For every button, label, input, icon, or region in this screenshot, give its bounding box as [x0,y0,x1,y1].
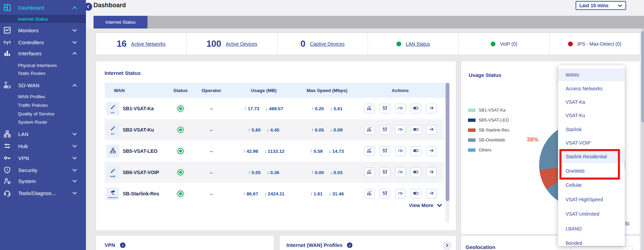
speed-download: ↓5.61 [330,106,342,111]
dropdown-option-cellular[interactable]: Cellular [558,179,625,192]
toggle-on-button[interactable]: ON [411,168,421,177]
stat-label[interactable]: LAN Status [406,41,430,47]
usage-chart-button[interactable] [364,104,375,113]
goto-button[interactable] [426,189,437,198]
sidebar-subitem-physical-interfaces[interactable]: Physical Interfaces [0,61,86,69]
sidebar-subitem-static-routes[interactable]: Static Routes [0,69,86,77]
toggle-on-button[interactable]: ON [411,104,421,113]
usage-chart-button[interactable] [364,125,375,135]
speedtest-button[interactable] [395,189,406,198]
page-scrollbar[interactable] [641,29,644,250]
chevron-down-icon [72,169,77,172]
chevron-left-icon [86,4,90,10]
sidebar-item-monitors[interactable]: Monitors [0,25,86,35]
stat-label[interactable]: Active Devices [226,41,258,47]
info-icon[interactable]: i [347,242,352,248]
sidebar-item-label: Hub [18,143,28,149]
dropdown-option-access-networks[interactable]: Access Networks [558,82,625,95]
dropdown-option-vsat-voip[interactable]: VSAT-VOIP [558,136,625,149]
goto-button[interactable] [426,168,437,177]
sidebar-subitem-label: Static Routes [18,71,45,76]
time-range-select[interactable]: Last 15 mins [576,1,626,10]
sidebar-subitem-wan-profiles[interactable]: WAN Profiles [0,92,86,101]
tab-internet-status[interactable]: Internet Status [94,16,148,29]
sidebar-subitem-traffic-policies[interactable]: Traffic Policies [0,101,86,109]
speedtest-button[interactable] [395,168,406,177]
clipped-details-link[interactable]: ils [625,220,630,226]
dropdown-option-label: VSAT-HighSpeed [566,197,603,202]
sidebar-subitem-quality-of-service[interactable]: Quality of Service [0,110,86,118]
expand-card-button[interactable] [442,241,452,250]
fine-tune-button[interactable] [380,104,390,113]
goto-icon [428,105,435,113]
tab-strip-gap [86,16,94,29]
goto-button[interactable] [426,125,437,135]
sidebar-item-hub[interactable]: Hub [0,141,86,151]
dropdown-option-wans[interactable]: WANs [558,68,625,81]
sidebar-item-label: Dashboard [18,5,44,11]
sidebar-item-sd-wan[interactable]: SD-WAN [0,80,86,90]
wan-profiles-card: Internet (WAN) Profiles i [279,235,456,250]
dropdown-option-lband[interactable]: LBAND [558,222,625,235]
speedtest-button[interactable] [395,125,406,135]
svg-text:ON: ON [414,171,416,173]
info-icon[interactable]: i [120,242,125,248]
usage-chart-button[interactable] [364,146,375,156]
speedtest-button[interactable] [395,104,406,113]
arrow-down-icon: ↓ [330,127,332,133]
goto-button[interactable] [426,104,437,113]
sidebar-item-tools-diagnos[interactable]: Tools/Diagnos... [0,188,86,198]
dashboard-app: DashboardInternet StatusMonitorsControll… [0,0,644,250]
toggle-on-button[interactable]: ON [411,146,421,156]
page-title: Dashboard [94,2,126,9]
sidebar-item-lan[interactable]: LAN [0,129,86,139]
wan-tile-label: VOIP [110,175,116,178]
column-header-operator: Operator [201,83,221,98]
fine-tune-button[interactable] [380,189,390,198]
fine-tune-button[interactable] [380,125,390,135]
stat-label[interactable]: Active Networks [131,41,165,47]
dropdown-option-vsat-highspeed[interactable]: VSAT-HighSpeed [558,193,625,206]
toggle-on-button[interactable]: ON [411,125,421,135]
sidebar-subitem-internet-status[interactable]: Internet Status [0,15,86,23]
stat-label[interactable]: Captive Devices [310,41,345,47]
wan-name: SB-Starlink-Res [123,183,159,204]
wan-type-tile [106,145,119,158]
satellite-icon [110,168,116,175]
usage-chart-icon [366,190,373,198]
sidebar-item-dashboard[interactable]: Dashboard [0,2,86,13]
fine-tune-icon [382,105,388,113]
sidebar-subitem-system-route[interactable]: System Route [0,118,86,126]
view-more-button[interactable]: View More [409,203,442,208]
legend-label: Others [479,148,492,152]
fine-tune-icon [382,147,388,155]
goto-button[interactable] [426,146,437,156]
satellite-icon [110,125,116,133]
sidebar-item-controllers[interactable]: Controllers [0,37,86,47]
dropdown-option-vsat-ku[interactable]: VSAT-Ku [558,109,625,122]
speedtest-button[interactable] [395,146,406,156]
sidebar-item-vpn[interactable]: VPN [0,153,86,163]
arrow-down-icon: ↓ [265,106,268,111]
dropdown-option-vsat-ka[interactable]: VSAT-Ka [558,95,625,109]
table-scrollbar[interactable] [446,83,449,223]
sidebar-item-label: LAN [18,131,29,137]
fine-tune-button[interactable] [380,146,390,156]
usage-chart-button[interactable] [364,189,375,198]
sidebar-item-security[interactable]: Security [0,165,86,175]
wan-table-row: KUSB2-VSAT-Ku–↑5.60↓4.45↑0.05↓0.09ON [105,119,444,140]
fine-tune-button[interactable] [380,168,390,177]
dropdown-option-vsat-unlimited[interactable]: VSAT-Unlimited [558,207,625,220]
arrow-up-icon: ↑ [248,127,251,133]
dropdown-option-bonded[interactable]: Bonded [558,237,625,246]
table-scrollbar-thumb[interactable] [446,83,449,201]
geolocation-select[interactable]: ✓ [570,246,633,250]
page-scrollbar-thumb[interactable] [641,31,644,122]
wan-tile-label: KA [111,112,114,114]
sidebar-item-system[interactable]: System [0,176,86,186]
toggle-on-button[interactable]: ON [411,189,421,198]
usage-chart-button[interactable] [364,168,375,177]
dropdown-option-starlink[interactable]: Starlink [558,123,625,136]
wan-actions: ON [364,140,437,162]
sidebar-item-interfaces[interactable]: Interfaces [0,48,86,58]
